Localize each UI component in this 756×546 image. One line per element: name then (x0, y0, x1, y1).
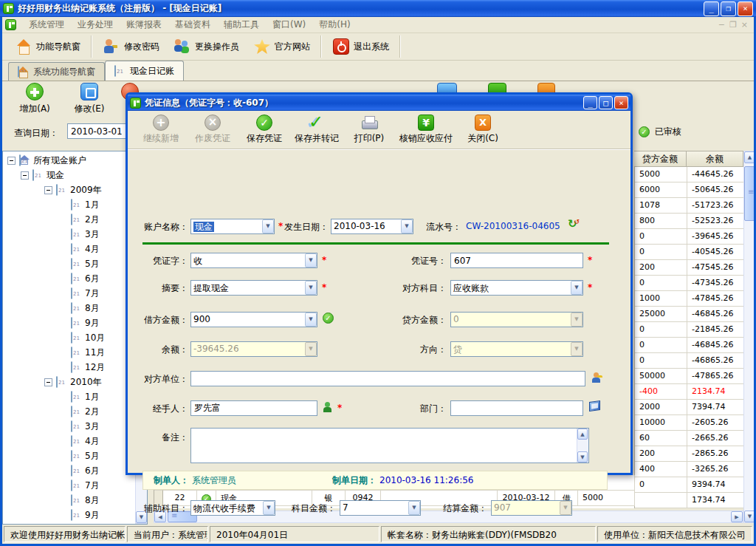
refresh-icon[interactable]: ↻ (568, 217, 583, 231)
dialog-minimize-button[interactable]: _ (583, 96, 597, 109)
table-row[interactable]: 800 -52523.26 (635, 214, 743, 229)
table-row[interactable]: 10000 -2605.26 (635, 415, 743, 431)
menu-item[interactable]: 账簿报表 (120, 17, 168, 33)
dialog-title-bar[interactable]: 凭证信息（凭证字号：收-607） _ □ × (128, 95, 630, 111)
menu-item[interactable]: 系统管理 (22, 17, 71, 33)
dialog-toolbar-button[interactable]: 作废凭证 ▼ (187, 112, 238, 148)
document-tab[interactable]: 现金日记账 (105, 61, 184, 81)
dialog-close-button[interactable]: × (614, 96, 628, 109)
restore-button[interactable]: ❐ (721, 1, 736, 16)
table-row[interactable]: 6000 -50645.26 (635, 182, 743, 198)
mdi-close-icon[interactable]: × (741, 20, 748, 30)
voucher-word-combo[interactable]: 收 ▼ (190, 253, 317, 268)
table-row[interactable]: 200 -47545.26 (635, 260, 743, 276)
toolbar-button[interactable]: 更换操作员 (167, 35, 247, 58)
pick-department-icon[interactable] (589, 400, 600, 412)
pick-unit-icon[interactable] (591, 372, 601, 383)
table-row[interactable]: 25000 -46845.26 (635, 307, 743, 322)
tree-node[interactable]: 2月 (3, 212, 136, 227)
tree-node[interactable]: 3月 (3, 419, 136, 434)
tree-node[interactable]: 2009年 (3, 182, 136, 197)
table-row[interactable]: 1000 -47845.26 (635, 291, 743, 307)
mdi-restore-icon[interactable]: ❐ (729, 20, 737, 30)
title-bar[interactable]: 好好用财务出纳记账系统（注册版） - [现金日记账] _ ❐ × (0, 0, 756, 17)
dialog-toolbar-button[interactable]: 保存并转记 ▼ (290, 112, 343, 148)
handler-input[interactable] (190, 400, 317, 416)
opposite-subject-combo[interactable]: 应收账款 ▼ (450, 280, 583, 296)
dialog-toolbar-button[interactable]: 核销应收应付 ▼ (395, 112, 457, 148)
opposite-unit-input[interactable] (190, 371, 585, 386)
toolbar-button[interactable]: 功能导航窗 (8, 35, 92, 58)
table-row[interactable]: 0 -21845.26 (635, 322, 743, 338)
tree-node[interactable]: 5月 (3, 256, 136, 271)
tree-node[interactable]: 3月 (3, 227, 136, 242)
table-row[interactable]: 50000 -47865.26 (635, 369, 743, 384)
chevron-down-icon[interactable]: ▼ (571, 281, 583, 295)
dialog-toolbar-button[interactable]: 关闭(C) ▼ (457, 112, 509, 148)
tree-node[interactable]: 9月 (3, 508, 136, 522)
tree-node[interactable]: 4月 (3, 434, 136, 448)
dialog-maximize-button[interactable]: □ (599, 96, 613, 109)
edit-record-button[interactable]: 修改(E) (66, 83, 113, 118)
tree-expand-box[interactable] (44, 378, 52, 386)
department-input[interactable] (450, 400, 583, 416)
tree-expand-box[interactable] (44, 186, 52, 194)
note-scrollbar[interactable]: ▲ ▼ (577, 429, 588, 463)
table-row[interactable]: 0 -40545.26 (635, 245, 743, 260)
menu-item[interactable]: 帮助(H) (312, 17, 357, 33)
table-row[interactable]: 200 -2865.26 (635, 446, 743, 462)
tree-node[interactable]: 现金 (3, 168, 136, 182)
tree-node[interactable]: 1月 (3, 389, 136, 404)
minimize-button[interactable]: _ (704, 1, 719, 16)
tree-node[interactable]: 所有现金账户 (3, 153, 136, 168)
tree-node[interactable]: 10月 (3, 330, 136, 345)
mdi-minimize-icon[interactable]: − (718, 20, 725, 30)
chevron-down-icon[interactable]: ▼ (262, 219, 274, 233)
note-scroll-down-icon[interactable]: ▼ (577, 451, 588, 463)
chevron-down-icon[interactable]: ▼ (408, 501, 420, 515)
pick-handler-icon[interactable] (323, 402, 332, 412)
table-row[interactable]: 1734.74 (635, 493, 743, 508)
chevron-down-icon[interactable]: ▼ (305, 253, 317, 267)
tree-expand-box[interactable] (21, 171, 29, 180)
summary-combo[interactable]: 提取现金 ▼ (190, 280, 317, 296)
account-name-combo[interactable]: 现金 ▼ (190, 219, 275, 234)
scroll-right-icon[interactable]: ▶ (731, 511, 743, 522)
chevron-down-icon[interactable]: ▼ (305, 313, 317, 327)
menu-item[interactable]: 窗口(W) (266, 17, 312, 33)
tree-node[interactable]: 8月 (3, 301, 136, 315)
table-row[interactable]: 5000 -44645.26 (635, 167, 743, 182)
dialog-toolbar-button[interactable]: 继续新增 ▼ (135, 112, 187, 148)
menu-item[interactable]: 辅助工具 (217, 17, 266, 33)
tree-node[interactable]: 5月 (3, 448, 136, 463)
table-row[interactable]: 2000 7394.74 (635, 400, 743, 415)
tree-expand-box[interactable] (7, 157, 16, 165)
tree-node[interactable]: 4月 (3, 242, 136, 256)
tree-node[interactable]: 6月 (3, 463, 136, 478)
balance-column-header[interactable]: 余额 (687, 151, 743, 167)
voucher-number-input[interactable] (450, 253, 583, 268)
tree-node[interactable]: 6月 (3, 271, 136, 286)
chevron-down-icon[interactable]: ▼ (305, 281, 317, 295)
tree-node[interactable]: 8月 (3, 493, 136, 508)
toolbar-button[interactable]: 官方网站 (247, 35, 321, 58)
note-textarea[interactable]: ▲ ▼ (190, 428, 589, 463)
tree-node[interactable]: 2月 (3, 404, 136, 419)
aux-subject-combo[interactable]: 物流代收手续费 ▼ (190, 500, 275, 516)
table-row[interactable]: 400 -3265.26 (635, 462, 743, 477)
table-row[interactable]: 0 -46845.26 (635, 338, 743, 353)
toolbar-button[interactable]: 修改密码 (96, 35, 167, 58)
tree-node[interactable]: 12月 (3, 360, 136, 375)
table-row[interactable]: 0 9394.74 (635, 477, 743, 493)
table-row[interactable]: 0 -47345.26 (635, 276, 743, 291)
occur-date-combo[interactable]: 2010-03-16 ▼ (331, 219, 413, 234)
tree-node[interactable]: 2010年 (3, 375, 136, 389)
toolbar-button[interactable]: 退出系统 (326, 35, 400, 58)
add-record-button[interactable]: 增加(A) (11, 83, 58, 118)
dialog-toolbar-button[interactable]: 保存凭证 ▼ (238, 112, 290, 148)
chevron-down-icon[interactable]: ▼ (263, 501, 275, 515)
table-row[interactable]: -400 2134.74 (635, 384, 743, 400)
debit-amount-combo[interactable]: 900 ▼ (190, 312, 317, 327)
tree-node[interactable]: 11月 (3, 345, 136, 360)
tree-node[interactable]: 7月 (3, 286, 136, 301)
